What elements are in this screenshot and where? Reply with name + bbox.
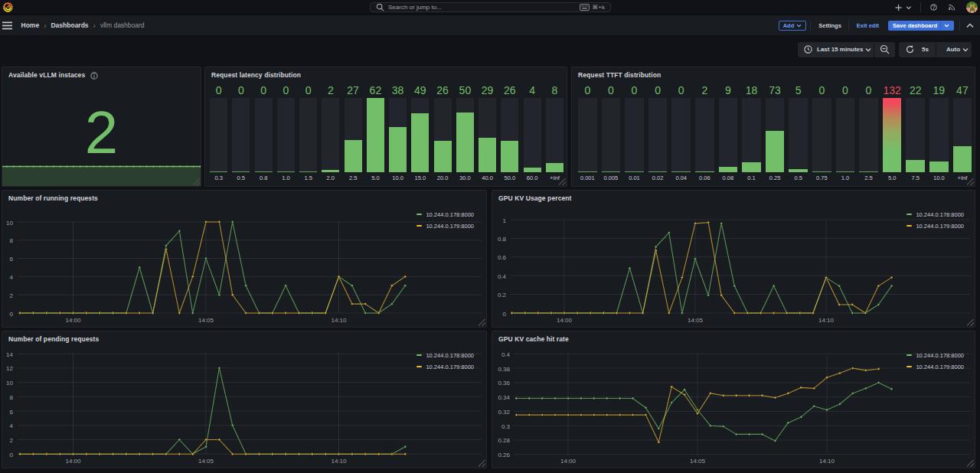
svg-text:0.8: 0.8 bbox=[498, 236, 507, 243]
svg-text:4: 4 bbox=[10, 274, 14, 281]
svg-text:0.3: 0.3 bbox=[501, 423, 511, 430]
svg-text:12: 12 bbox=[6, 365, 13, 372]
svg-text:14:00: 14:00 bbox=[557, 317, 573, 324]
svg-text:0.28: 0.28 bbox=[498, 437, 510, 444]
svg-text:0.6: 0.6 bbox=[498, 254, 507, 261]
svg-text:0.26: 0.26 bbox=[498, 452, 510, 458]
svg-text:14:10: 14:10 bbox=[331, 458, 347, 465]
svg-text:6: 6 bbox=[10, 409, 14, 416]
svg-text:4: 4 bbox=[10, 422, 14, 429]
svg-text:0: 0 bbox=[503, 311, 507, 318]
svg-text:14:05: 14:05 bbox=[688, 317, 704, 324]
svg-text:14: 14 bbox=[6, 351, 13, 358]
svg-text:0.38: 0.38 bbox=[498, 366, 510, 373]
svg-text:0.4: 0.4 bbox=[501, 351, 511, 358]
svg-text:6: 6 bbox=[10, 256, 14, 263]
svg-text:1: 1 bbox=[503, 217, 507, 224]
svg-text:2: 2 bbox=[10, 292, 14, 299]
svg-text:14:10: 14:10 bbox=[819, 458, 835, 465]
svg-text:0.4: 0.4 bbox=[498, 273, 507, 280]
svg-text:0.2: 0.2 bbox=[498, 292, 507, 298]
svg-text:14:00: 14:00 bbox=[560, 458, 577, 465]
svg-text:0.36: 0.36 bbox=[498, 380, 510, 387]
svg-text:10: 10 bbox=[6, 380, 13, 387]
svg-text:14:00: 14:00 bbox=[65, 317, 81, 324]
svg-text:14:10: 14:10 bbox=[818, 317, 835, 324]
svg-text:8: 8 bbox=[10, 394, 14, 401]
svg-text:10: 10 bbox=[6, 220, 13, 227]
svg-text:8: 8 bbox=[10, 237, 14, 244]
svg-text:14:05: 14:05 bbox=[690, 458, 706, 465]
svg-text:0: 0 bbox=[10, 452, 14, 458]
svg-text:0: 0 bbox=[10, 311, 14, 318]
svg-text:0.34: 0.34 bbox=[498, 394, 510, 401]
svg-text:14:05: 14:05 bbox=[198, 458, 214, 465]
svg-text:0.32: 0.32 bbox=[498, 409, 510, 416]
svg-text:14:10: 14:10 bbox=[331, 317, 347, 324]
svg-text:2: 2 bbox=[10, 437, 14, 444]
svg-text:14:05: 14:05 bbox=[198, 317, 214, 324]
svg-text:14:00: 14:00 bbox=[65, 458, 81, 465]
